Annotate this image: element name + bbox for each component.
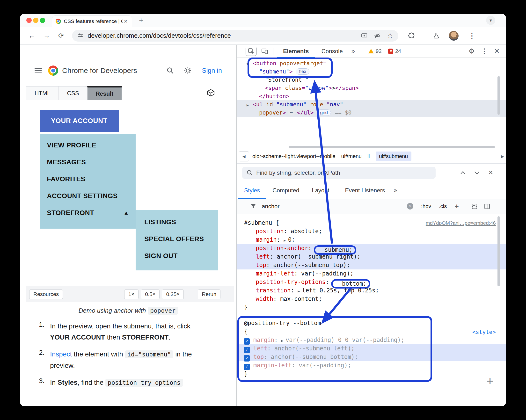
browser-menu-kebab-icon[interactable]: ⋮	[468, 31, 475, 40]
find-close-icon[interactable]: ✕	[488, 169, 493, 176]
style-declaration[interactable]: transition: ▶ left 0.25s, top 0.25s;	[237, 286, 506, 295]
tab-event-listeners[interactable]: Event Listeners	[339, 182, 391, 199]
tab-console[interactable]: Console	[315, 45, 349, 58]
resources-button[interactable]: Resources	[29, 290, 63, 299]
tab-styles[interactable]: Styles	[238, 182, 266, 199]
tab-computed[interactable]: Computed	[266, 182, 305, 199]
devtools-settings-gear-icon[interactable]: ⚙	[468, 47, 475, 55]
toggle-hover-button[interactable]: :hov	[421, 203, 431, 210]
expand-ellipsis-button[interactable]: ⋯	[288, 110, 295, 115]
menu-item[interactable]: STOREFRONT▲	[40, 204, 136, 221]
your-account-button[interactable]: YOUR ACCOUNT	[40, 110, 119, 132]
horizontal-scrollbar[interactable]	[289, 146, 495, 148]
toggle-class-button[interactable]: .cls	[439, 203, 447, 210]
site-settings-icon[interactable]	[77, 32, 84, 39]
breadcrumb-item[interactable]: ul#submenu	[376, 151, 411, 161]
warnings-badge[interactable]: 92	[368, 48, 381, 54]
tab-layout[interactable]: Layout	[305, 182, 335, 199]
breadcrumb-scroll-right-icon[interactable]: ▶	[501, 154, 504, 159]
breadcrumb-item[interactable]: olor-scheme--light.viewport--mobile	[252, 153, 335, 160]
rerun-button[interactable]: Rerun	[198, 290, 221, 299]
styles-filter-input[interactable]: anchor	[262, 203, 279, 210]
style-declaration[interactable]: ✓margin-left: var(--padding);	[237, 361, 506, 370]
menu-item[interactable]: ACCOUNT SETTINGS	[40, 188, 136, 204]
style-declaration[interactable]: top: anchor(--submenu top);	[237, 261, 506, 270]
find-next-chevron-icon[interactable]	[474, 170, 480, 175]
find-input[interactable]: Find by string, selector, or XPath	[242, 167, 435, 179]
url-text[interactable]: developer.chrome.com/docs/devtools/css/r…	[88, 32, 355, 39]
breadcrumb-item[interactable]: ul#menu	[341, 153, 362, 160]
reload-button[interactable]: ⟳	[58, 32, 64, 40]
theme-sun-icon[interactable]	[184, 67, 192, 74]
maximize-window-button[interactable]	[40, 18, 45, 23]
submenu-item[interactable]: LISTINGS	[136, 214, 218, 230]
hamburger-menu-icon[interactable]	[35, 67, 42, 75]
expand-arrow-icon[interactable]: ▶	[281, 339, 286, 343]
tree-line[interactable]: </button>	[237, 92, 506, 100]
more-tabs-chevron-icon[interactable]: »	[352, 47, 355, 55]
layout-badge[interactable]: flex	[296, 68, 309, 75]
scale-button[interactable]: 0.5×	[141, 290, 160, 299]
checkbox[interactable]: ✓	[244, 364, 250, 370]
style-declaration[interactable]: ✓margin: ▶ var(--padding) 0 0 var(--padd…	[237, 336, 506, 344]
style-declaration[interactable]: width: max-content;	[237, 295, 506, 303]
site-brand[interactable]: Chrome for Developers	[62, 66, 137, 75]
checkbox[interactable]: ✓	[244, 355, 250, 361]
text-segment[interactable]: Inspect	[50, 350, 72, 358]
breadcrumb-scroll-left-icon[interactable]: ◀	[239, 151, 249, 161]
tree-line[interactable]: ▼<button popovertarget=	[237, 59, 506, 67]
style-declaration[interactable]: margin: ▶ 0;	[237, 236, 506, 244]
checkbox[interactable]: ✓	[244, 347, 250, 353]
close-window-button[interactable]	[26, 18, 32, 23]
rendering-emulation-icon[interactable]	[471, 203, 478, 210]
url-bar[interactable]: developer.chrome.com/docs/devtools/css/r…	[72, 30, 398, 41]
submenu-item[interactable]: SIGN OUT	[136, 248, 218, 264]
disclosure-arrow-icon[interactable]: ▶	[247, 101, 253, 109]
menu-item[interactable]: MESSAGES	[40, 154, 136, 171]
code-tab-css[interactable]: CSS	[59, 86, 87, 100]
sign-in-link[interactable]: Sign in	[202, 67, 222, 74]
layout-badge[interactable]: grid	[317, 110, 331, 116]
scale-button[interactable]: 0.25×	[162, 290, 184, 299]
eye-off-icon[interactable]	[374, 33, 381, 39]
profile-avatar[interactable]	[449, 31, 459, 40]
tab-close-icon[interactable]: ✕	[122, 18, 129, 24]
style-declaration[interactable]: position-anchor: --submenu;	[237, 244, 506, 252]
new-tab-button[interactable]: +	[139, 16, 143, 24]
tree-line[interactable]: <span class="arrow">></span>	[237, 84, 506, 92]
tab-search-chevron-icon[interactable]: ▾	[486, 16, 495, 25]
inspect-element-icon[interactable]	[246, 47, 257, 56]
tree-scrollbar[interactable]	[497, 76, 500, 115]
screencast-icon[interactable]	[361, 33, 368, 39]
new-rule-plus-button[interactable]: +	[486, 374, 493, 387]
scale-button[interactable]: 1×	[124, 290, 139, 299]
rule-selector[interactable]: #submenu	[244, 220, 272, 226]
expand-arrow-icon[interactable]: ▶	[284, 238, 288, 243]
flask-icon[interactable]	[433, 32, 440, 39]
codepen-icon[interactable]	[206, 89, 215, 98]
style-tag-source-link[interactable]: <style>	[472, 329, 496, 335]
more-sidebar-tabs-chevron-icon[interactable]: »	[394, 187, 397, 194]
find-previous-chevron-icon[interactable]	[460, 170, 466, 175]
tree-line[interactable]: popover>⋯</ul>grid== $0	[237, 109, 506, 117]
back-button[interactable]: ←	[28, 32, 35, 40]
errors-badge[interactable]: ✕24	[388, 48, 401, 54]
style-declaration[interactable]: ✓top: anchor(--submenu bottom);	[237, 353, 506, 361]
expand-arrow-icon[interactable]: ▶	[298, 289, 302, 293]
tree-line[interactable]: "Storefront "	[237, 76, 506, 84]
bookmark-star-icon[interactable]: ☆	[387, 32, 393, 40]
code-tab-html[interactable]: HTML	[26, 86, 59, 100]
menu-item[interactable]: FAVORITES	[40, 171, 136, 188]
clear-filter-icon[interactable]: ✕	[407, 203, 413, 210]
menu-item[interactable]: VIEW PROFILE	[40, 137, 136, 154]
search-icon[interactable]	[167, 67, 174, 74]
style-declaration[interactable]: position-try-options: --bottom;	[237, 278, 506, 286]
code-tab-result[interactable]: Result	[87, 86, 122, 100]
browser-tab[interactable]: CSS features reference | Chr ✕	[52, 15, 132, 27]
breadcrumb-item[interactable]: li	[367, 153, 370, 160]
extensions-puzzle-icon[interactable]	[408, 32, 415, 39]
tree-line[interactable]: "submenu">flex	[237, 67, 506, 76]
checkbox[interactable]: ✓	[244, 338, 250, 345]
device-toolbar-icon[interactable]	[261, 48, 268, 55]
style-declaration[interactable]: ✓left: anchor(--submenu left);	[237, 344, 506, 353]
